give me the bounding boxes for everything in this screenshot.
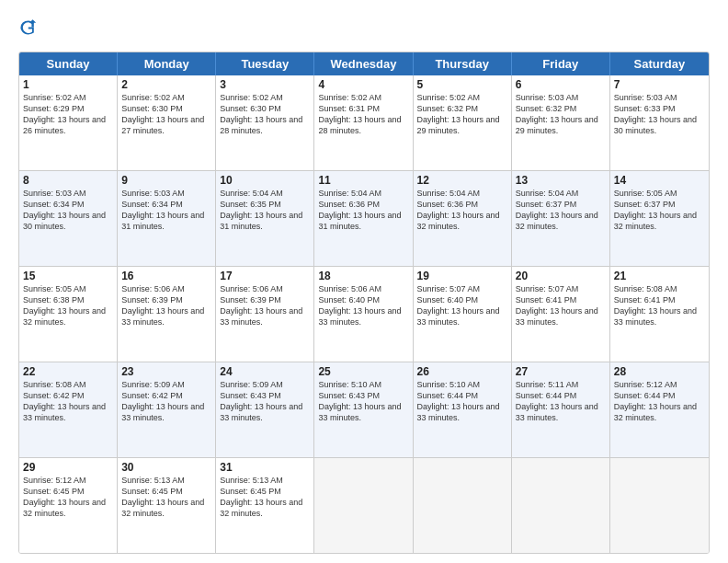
- day-cell-16: 16Sunrise: 5:06 AMSunset: 6:39 PMDayligh…: [118, 267, 216, 362]
- day-cell-12: 12Sunrise: 5:04 AMSunset: 6:36 PMDayligh…: [414, 171, 512, 266]
- day-info: Sunrise: 5:03 AMSunset: 6:34 PMDaylight:…: [121, 188, 211, 233]
- header-day-monday: Monday: [118, 52, 216, 75]
- calendar-row-1: 8Sunrise: 5:03 AMSunset: 6:34 PMDaylight…: [19, 171, 709, 267]
- calendar-row-4: 29Sunrise: 5:12 AMSunset: 6:45 PMDayligh…: [19, 458, 709, 553]
- day-number: 6: [516, 78, 606, 91]
- day-info: Sunrise: 5:04 AMSunset: 6:36 PMDaylight:…: [318, 188, 408, 233]
- day-info: Sunrise: 5:02 AMSunset: 6:32 PMDaylight:…: [417, 92, 507, 137]
- day-info: Sunrise: 5:05 AMSunset: 6:37 PMDaylight:…: [614, 188, 705, 233]
- header: [18, 15, 710, 44]
- day-cell-17: 17Sunrise: 5:06 AMSunset: 6:39 PMDayligh…: [216, 267, 314, 362]
- day-cell-30: 30Sunrise: 5:13 AMSunset: 6:45 PMDayligh…: [118, 458, 216, 553]
- day-cell-10: 10Sunrise: 5:04 AMSunset: 6:35 PMDayligh…: [216, 171, 314, 266]
- day-cell-7: 7Sunrise: 5:03 AMSunset: 6:33 PMDaylight…: [610, 75, 709, 170]
- day-number: 19: [417, 270, 507, 282]
- day-info: Sunrise: 5:12 AMSunset: 6:44 PMDaylight:…: [614, 379, 705, 424]
- day-number: 28: [614, 365, 705, 378]
- day-cell-1: 1Sunrise: 5:02 AMSunset: 6:29 PMDaylight…: [19, 75, 118, 170]
- day-cell-20: 20Sunrise: 5:07 AMSunset: 6:41 PMDayligh…: [512, 267, 610, 362]
- day-cell-19: 19Sunrise: 5:07 AMSunset: 6:40 PMDayligh…: [414, 267, 512, 362]
- day-cell-25: 25Sunrise: 5:10 AMSunset: 6:43 PMDayligh…: [314, 362, 413, 457]
- day-cell-22: 22Sunrise: 5:08 AMSunset: 6:42 PMDayligh…: [19, 362, 118, 457]
- day-number: 10: [220, 174, 310, 187]
- day-cell-8: 8Sunrise: 5:03 AMSunset: 6:34 PMDaylight…: [19, 171, 118, 266]
- day-cell-29: 29Sunrise: 5:12 AMSunset: 6:45 PMDayligh…: [19, 458, 118, 553]
- calendar-row-2: 15Sunrise: 5:05 AMSunset: 6:38 PMDayligh…: [19, 267, 709, 362]
- day-info: Sunrise: 5:02 AMSunset: 6:31 PMDaylight:…: [318, 92, 408, 137]
- day-number: 2: [121, 78, 211, 91]
- day-cell-15: 15Sunrise: 5:05 AMSunset: 6:38 PMDayligh…: [19, 267, 118, 362]
- day-number: 4: [318, 78, 408, 91]
- day-info: Sunrise: 5:03 AMSunset: 6:34 PMDaylight:…: [23, 188, 113, 233]
- day-number: 26: [417, 365, 507, 378]
- day-info: Sunrise: 5:09 AMSunset: 6:43 PMDaylight:…: [220, 379, 310, 424]
- day-number: 23: [121, 365, 211, 378]
- day-number: 14: [614, 174, 705, 187]
- day-number: 21: [614, 270, 705, 282]
- day-cell-28: 28Sunrise: 5:12 AMSunset: 6:44 PMDayligh…: [610, 362, 709, 457]
- day-number: 25: [318, 365, 408, 378]
- day-cell-18: 18Sunrise: 5:06 AMSunset: 6:40 PMDayligh…: [314, 267, 413, 362]
- day-cell-26: 26Sunrise: 5:10 AMSunset: 6:44 PMDayligh…: [414, 362, 512, 457]
- day-info: Sunrise: 5:10 AMSunset: 6:44 PMDaylight:…: [417, 379, 507, 424]
- day-number: 18: [318, 270, 408, 282]
- day-number: 13: [516, 174, 606, 187]
- day-number: 20: [516, 270, 606, 282]
- calendar-header: SundayMondayTuesdayWednesdayThursdayFrid…: [19, 52, 709, 75]
- day-cell-4: 4Sunrise: 5:02 AMSunset: 6:31 PMDaylight…: [314, 75, 413, 170]
- empty-cell: [610, 458, 709, 553]
- day-cell-14: 14Sunrise: 5:05 AMSunset: 6:37 PMDayligh…: [610, 171, 709, 266]
- day-number: 30: [121, 461, 211, 474]
- day-number: 31: [220, 461, 310, 474]
- empty-cell: [314, 458, 413, 553]
- day-info: Sunrise: 5:08 AMSunset: 6:41 PMDaylight:…: [614, 283, 705, 328]
- calendar-row-3: 22Sunrise: 5:08 AMSunset: 6:42 PMDayligh…: [19, 362, 709, 458]
- day-number: 5: [417, 78, 507, 91]
- day-number: 12: [417, 174, 507, 187]
- day-number: 16: [121, 270, 211, 282]
- day-cell-9: 9Sunrise: 5:03 AMSunset: 6:34 PMDaylight…: [118, 171, 216, 266]
- day-info: Sunrise: 5:11 AMSunset: 6:44 PMDaylight:…: [516, 379, 606, 424]
- day-cell-31: 31Sunrise: 5:13 AMSunset: 6:45 PMDayligh…: [216, 458, 314, 553]
- logo-icon: [18, 18, 44, 44]
- header-day-friday: Friday: [512, 52, 610, 75]
- day-cell-6: 6Sunrise: 5:03 AMSunset: 6:32 PMDaylight…: [512, 75, 610, 170]
- day-info: Sunrise: 5:03 AMSunset: 6:32 PMDaylight:…: [516, 92, 606, 137]
- day-info: Sunrise: 5:03 AMSunset: 6:33 PMDaylight:…: [614, 92, 705, 137]
- day-number: 1: [23, 78, 113, 91]
- day-number: 9: [121, 174, 211, 187]
- day-number: 7: [614, 78, 705, 91]
- header-day-sunday: Sunday: [19, 52, 118, 75]
- day-info: Sunrise: 5:08 AMSunset: 6:42 PMDaylight:…: [23, 379, 113, 424]
- day-info: Sunrise: 5:06 AMSunset: 6:39 PMDaylight:…: [220, 283, 310, 328]
- day-info: Sunrise: 5:04 AMSunset: 6:36 PMDaylight:…: [417, 188, 507, 233]
- day-info: Sunrise: 5:02 AMSunset: 6:30 PMDaylight:…: [220, 92, 310, 137]
- day-number: 11: [318, 174, 408, 187]
- day-info: Sunrise: 5:02 AMSunset: 6:29 PMDaylight:…: [23, 92, 113, 137]
- day-cell-23: 23Sunrise: 5:09 AMSunset: 6:42 PMDayligh…: [118, 362, 216, 457]
- day-cell-11: 11Sunrise: 5:04 AMSunset: 6:36 PMDayligh…: [314, 171, 413, 266]
- calendar-row-0: 1Sunrise: 5:02 AMSunset: 6:29 PMDaylight…: [19, 75, 709, 171]
- calendar-body: 1Sunrise: 5:02 AMSunset: 6:29 PMDaylight…: [19, 75, 709, 553]
- day-number: 24: [220, 365, 310, 378]
- day-info: Sunrise: 5:13 AMSunset: 6:45 PMDaylight:…: [121, 475, 211, 520]
- day-info: Sunrise: 5:06 AMSunset: 6:39 PMDaylight:…: [121, 283, 211, 328]
- day-cell-24: 24Sunrise: 5:09 AMSunset: 6:43 PMDayligh…: [216, 362, 314, 457]
- day-number: 17: [220, 270, 310, 282]
- day-number: 8: [23, 174, 113, 187]
- header-day-thursday: Thursday: [414, 52, 512, 75]
- day-number: 29: [23, 461, 113, 474]
- day-info: Sunrise: 5:07 AMSunset: 6:40 PMDaylight:…: [417, 283, 507, 328]
- day-info: Sunrise: 5:07 AMSunset: 6:41 PMDaylight:…: [516, 283, 606, 328]
- day-info: Sunrise: 5:04 AMSunset: 6:37 PMDaylight:…: [516, 188, 606, 233]
- day-info: Sunrise: 5:13 AMSunset: 6:45 PMDaylight:…: [220, 475, 310, 520]
- calendar-page: SundayMondayTuesdayWednesdayThursdayFrid…: [0, 0, 728, 563]
- day-number: 22: [23, 365, 113, 378]
- day-number: 3: [220, 78, 310, 91]
- day-info: Sunrise: 5:02 AMSunset: 6:30 PMDaylight:…: [121, 92, 211, 137]
- day-cell-2: 2Sunrise: 5:02 AMSunset: 6:30 PMDaylight…: [118, 75, 216, 170]
- empty-cell: [414, 458, 512, 553]
- day-cell-3: 3Sunrise: 5:02 AMSunset: 6:30 PMDaylight…: [216, 75, 314, 170]
- day-info: Sunrise: 5:10 AMSunset: 6:43 PMDaylight:…: [318, 379, 408, 424]
- day-cell-13: 13Sunrise: 5:04 AMSunset: 6:37 PMDayligh…: [512, 171, 610, 266]
